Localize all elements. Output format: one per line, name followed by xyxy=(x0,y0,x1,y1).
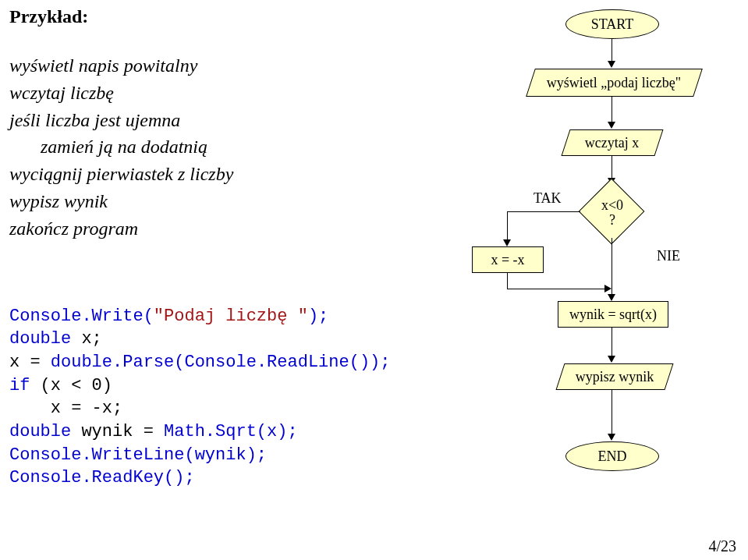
desc-l3: jeśli liczba jest ujemna xyxy=(9,107,446,134)
fc-end: END xyxy=(565,441,659,471)
fc-branch-nie: NIE xyxy=(657,248,680,264)
fc-prompt: wyświetl „podaj liczbę" xyxy=(526,69,703,97)
desc-l5: wyciągnij pierwiastek z liczby xyxy=(9,161,446,188)
fc-branch-tak: TAK xyxy=(534,190,562,207)
fc-print: wypisz wynik xyxy=(555,363,673,390)
fc-sqrt: wynik = sqrt(x) xyxy=(558,301,668,328)
flowchart: START wyświetl „podaj liczbę" wczytaj x … xyxy=(452,0,741,546)
desc-l1: wyświetl napis powitalny xyxy=(9,52,446,80)
heading: Przykład: xyxy=(9,6,446,27)
desc-l2: wczytaj liczbę xyxy=(9,80,446,107)
fc-decision: x<0 ? xyxy=(579,184,646,239)
fc-start: START xyxy=(565,9,659,39)
page-number: 4/23 xyxy=(708,537,736,555)
desc-l4: zamień ją na dodatnią xyxy=(41,133,446,161)
code-block: Console.Write("Podaj liczbę "); double x… xyxy=(9,305,446,491)
fc-negate: x = -x xyxy=(472,246,544,273)
desc-l7: zakończ program xyxy=(9,215,446,243)
fc-read: wczytaj x xyxy=(561,129,663,156)
desc-l6: wypisz wynik xyxy=(9,188,446,215)
